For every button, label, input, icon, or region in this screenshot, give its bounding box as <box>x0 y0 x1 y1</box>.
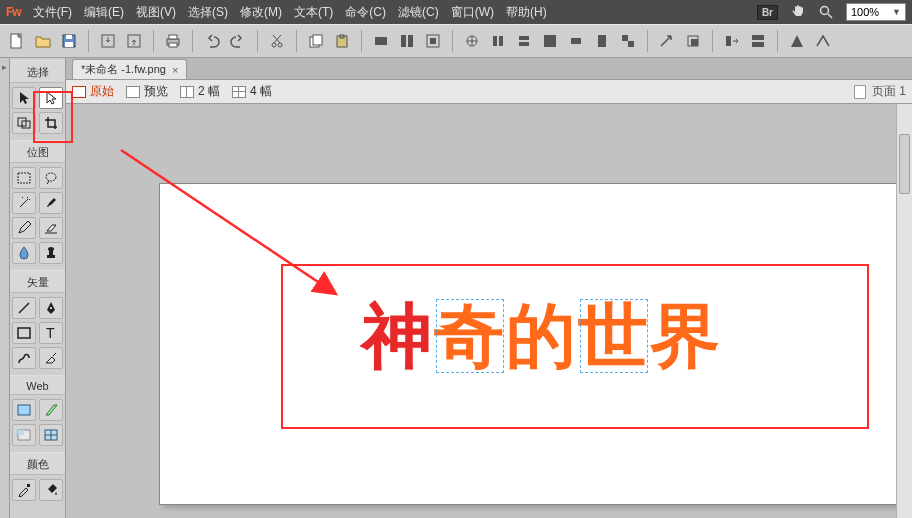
svg-rect-30 <box>622 35 628 41</box>
tool-btn-b4[interactable] <box>539 30 561 52</box>
pointer-tool[interactable] <box>12 87 36 109</box>
tool-btn-b3[interactable] <box>513 30 535 52</box>
menu-window[interactable]: 窗口(W) <box>451 4 494 21</box>
svg-rect-55 <box>27 484 30 487</box>
tool-btn-b2[interactable] <box>487 30 509 52</box>
stamp-tool[interactable] <box>39 242 63 264</box>
copy-button[interactable] <box>305 30 327 52</box>
canvas[interactable]: 神奇的世界 <box>66 104 912 518</box>
search-icon[interactable] <box>818 4 834 20</box>
redo-button[interactable] <box>227 30 249 52</box>
left-rail[interactable]: ▸ <box>0 58 10 518</box>
tool-btn-b6[interactable] <box>591 30 613 52</box>
menu-text[interactable]: 文本(T) <box>294 4 333 21</box>
show-slice-tool[interactable] <box>39 424 63 446</box>
document-tab-strip: *未命名 -1.fw.png × <box>66 58 912 80</box>
svg-rect-23 <box>493 36 497 46</box>
svg-rect-25 <box>519 36 529 40</box>
text-char-1: 神 <box>362 297 434 375</box>
hide-slice-tool[interactable] <box>12 424 36 446</box>
tool-btn-a2[interactable] <box>396 30 418 52</box>
eyedropper-tool[interactable] <box>12 479 36 501</box>
tool-btn-e1[interactable] <box>786 30 808 52</box>
svg-point-44 <box>48 247 54 251</box>
scale-tool[interactable] <box>12 112 36 134</box>
view-mode-strip: 原始 预览 2 幅 4 幅 页面 1 <box>66 80 912 104</box>
view-preview[interactable]: 预览 <box>126 83 168 100</box>
pencil-tool[interactable] <box>12 217 36 239</box>
tool-btn-d1[interactable] <box>721 30 743 52</box>
menu-modify[interactable]: 修改(M) <box>240 4 282 21</box>
document-page[interactable]: 神奇的世界 <box>160 184 906 504</box>
menu-edit[interactable]: 编辑(E) <box>84 4 124 21</box>
menu-filter[interactable]: 滤镜(C) <box>398 4 439 21</box>
svg-rect-29 <box>598 35 606 47</box>
marquee-tool[interactable] <box>12 167 36 189</box>
tool-btn-a1[interactable] <box>370 30 392 52</box>
tool-btn-c2[interactable] <box>682 30 704 52</box>
menu-command[interactable]: 命令(C) <box>345 4 386 21</box>
svg-rect-24 <box>499 36 503 46</box>
svg-rect-5 <box>65 42 73 47</box>
paste-button[interactable] <box>331 30 353 52</box>
page-label[interactable]: 页面 1 <box>872 83 906 100</box>
tool-btn-b5[interactable] <box>565 30 587 52</box>
export-button[interactable] <box>123 30 145 52</box>
subselect-tool[interactable] <box>39 87 63 109</box>
menu-help[interactable]: 帮助(H) <box>506 4 547 21</box>
brush-tool[interactable] <box>39 192 63 214</box>
tools-section-select: 选择 <box>10 60 65 83</box>
rect-tool[interactable] <box>12 322 36 344</box>
page-text[interactable]: 神奇的世界 <box>362 290 722 384</box>
tool-btn-c1[interactable] <box>656 30 678 52</box>
tool-btn-b7[interactable] <box>617 30 639 52</box>
view-preview-icon <box>126 86 140 98</box>
hotspot-tool[interactable] <box>12 399 36 421</box>
crop-tool[interactable] <box>39 112 63 134</box>
print-button[interactable] <box>162 30 184 52</box>
scrollbar-thumb[interactable] <box>899 134 910 194</box>
document-tab[interactable]: *未命名 -1.fw.png × <box>72 59 187 79</box>
svg-rect-47 <box>18 328 30 338</box>
tool-btn-b1[interactable] <box>461 30 483 52</box>
save-button[interactable] <box>58 30 80 52</box>
pen-tool[interactable] <box>39 297 63 319</box>
eraser-tool[interactable] <box>39 217 63 239</box>
vertical-scrollbar[interactable] <box>896 104 912 518</box>
tool-btn-e2[interactable] <box>812 30 834 52</box>
freeform-tool[interactable] <box>12 347 36 369</box>
svg-rect-42 <box>47 255 55 258</box>
menu-view[interactable]: 视图(V) <box>136 4 176 21</box>
menu-select[interactable]: 选择(S) <box>188 4 228 21</box>
zoom-select[interactable]: 100% ▼ <box>846 3 906 21</box>
slice-tool[interactable] <box>39 399 63 421</box>
bucket-tool[interactable] <box>39 479 63 501</box>
line-tool[interactable] <box>12 297 36 319</box>
text-tool[interactable]: T <box>39 322 63 344</box>
view-2up-icon <box>180 86 194 98</box>
wand-tool[interactable] <box>12 192 36 214</box>
hand-icon[interactable] <box>790 4 806 20</box>
document-area: *未命名 -1.fw.png × 原始 预览 2 幅 4 幅 <box>66 58 912 518</box>
blur-tool[interactable] <box>12 242 36 264</box>
svg-point-12 <box>278 43 282 47</box>
tool-btn-d2[interactable] <box>747 30 769 52</box>
knife-tool[interactable] <box>39 347 63 369</box>
menu-file[interactable]: 文件(F) <box>33 4 72 21</box>
bridge-badge[interactable]: Br <box>757 5 778 20</box>
undo-button[interactable] <box>201 30 223 52</box>
open-button[interactable] <box>32 30 54 52</box>
import-button[interactable] <box>97 30 119 52</box>
svg-point-46 <box>50 307 52 309</box>
tools-section-bitmap: 位图 <box>10 140 65 163</box>
cut-button[interactable] <box>266 30 288 52</box>
view-2up[interactable]: 2 幅 <box>180 83 220 100</box>
view-4up[interactable]: 4 幅 <box>232 83 272 100</box>
tool-btn-a3[interactable] <box>422 30 444 52</box>
lasso-tool[interactable] <box>39 167 63 189</box>
view-original[interactable]: 原始 <box>72 83 114 100</box>
new-button[interactable] <box>6 30 28 52</box>
close-tab-button[interactable]: × <box>172 64 178 76</box>
text-char-5: 界 <box>650 297 722 375</box>
svg-rect-21 <box>430 38 436 44</box>
